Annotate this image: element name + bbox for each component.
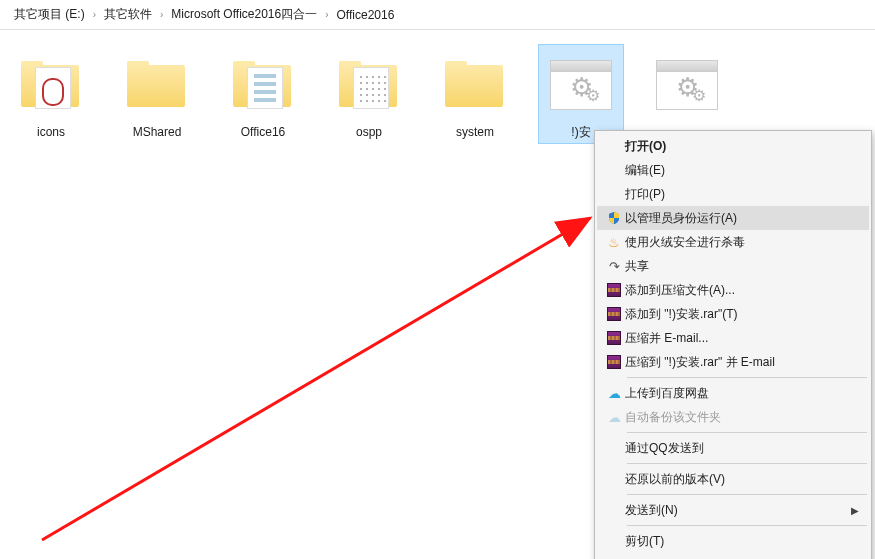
chevron-right-icon: › (91, 9, 98, 20)
chevron-right-icon: › (158, 9, 165, 20)
menu-separator (627, 494, 867, 495)
item-label: icons (37, 125, 65, 139)
batch-file-icon: ⚙⚙ (651, 49, 723, 121)
flame-icon: ♨ (603, 235, 625, 250)
menu-separator (627, 377, 867, 378)
archive-icon (603, 355, 625, 369)
menu-huorong-scan[interactable]: ♨ 使用火绒安全进行杀毒 (597, 230, 869, 254)
folder-icon (439, 49, 511, 121)
item-label: system (456, 125, 494, 139)
shield-icon (603, 211, 625, 225)
archive-icon (603, 331, 625, 345)
folder-icon (227, 49, 299, 121)
folder-icon (121, 49, 193, 121)
archive-icon (603, 307, 625, 321)
breadcrumb-seg-2[interactable]: 其它软件 (98, 6, 158, 23)
menu-auto-backup[interactable]: ☁ 自动备份该文件夹 (597, 405, 869, 429)
menu-send-to[interactable]: 发送到(N) ▶ (597, 498, 869, 522)
item-label: ospp (356, 125, 382, 139)
menu-print[interactable]: 打印(P) (597, 182, 869, 206)
breadcrumb-seg-3[interactable]: Microsoft Office2016四合一 (165, 6, 323, 23)
menu-separator (627, 463, 867, 464)
folder-item-ospp[interactable]: ospp (326, 44, 412, 144)
menu-compress-rar-email[interactable]: 压缩到 "!)安装.rar" 并 E-mail (597, 350, 869, 374)
folder-icon (333, 49, 405, 121)
archive-icon (603, 283, 625, 297)
breadcrumb[interactable]: 其它项目 (E:) › 其它软件 › Microsoft Office2016四… (0, 0, 875, 30)
menu-add-to-rar[interactable]: 添加到 "!)安装.rar"(T) (597, 302, 869, 326)
submenu-arrow-icon: ▶ (851, 505, 859, 516)
menu-qq-send[interactable]: 通过QQ发送到 (597, 436, 869, 460)
menu-edit[interactable]: 编辑(E) (597, 158, 869, 182)
svg-line-0 (42, 218, 590, 540)
item-label: !)安 (571, 125, 590, 139)
file-item-bat-2[interactable]: ⚙⚙ (644, 44, 730, 130)
context-menu: 打开(O) 编辑(E) 打印(P) 以管理员身份运行(A) ♨ 使用火绒安全进行… (594, 130, 872, 559)
folder-item-system[interactable]: system (432, 44, 518, 144)
menu-copy[interactable]: 复制(C) (597, 553, 869, 559)
menu-compress-email[interactable]: 压缩并 E-mail... (597, 326, 869, 350)
cloud-upload-icon: ☁ (603, 386, 625, 401)
menu-upload-baidu[interactable]: ☁ 上传到百度网盘 (597, 381, 869, 405)
item-label: Office16 (241, 125, 285, 139)
breadcrumb-seg-1[interactable]: 其它项目 (E:) (8, 6, 91, 23)
menu-run-as-admin[interactable]: 以管理员身份运行(A) (597, 206, 869, 230)
menu-open[interactable]: 打开(O) (597, 134, 869, 158)
folder-icon (15, 49, 87, 121)
menu-add-to-archive[interactable]: 添加到压缩文件(A)... (597, 278, 869, 302)
menu-cut[interactable]: 剪切(T) (597, 529, 869, 553)
menu-separator (627, 432, 867, 433)
cloud-backup-icon: ☁ (603, 410, 625, 425)
item-label: MShared (133, 125, 182, 139)
share-icon: ↷ (603, 259, 625, 274)
chevron-right-icon: › (323, 9, 330, 20)
folder-item-icons[interactable]: icons (8, 44, 94, 144)
folder-item-office16[interactable]: Office16 (220, 44, 306, 144)
folder-item-mshared[interactable]: MShared (114, 44, 200, 144)
batch-file-icon: ⚙⚙ (545, 49, 617, 121)
breadcrumb-seg-4[interactable]: Office2016 (331, 8, 401, 22)
menu-share[interactable]: ↷ 共享 (597, 254, 869, 278)
menu-separator (627, 525, 867, 526)
menu-restore-versions[interactable]: 还原以前的版本(V) (597, 467, 869, 491)
